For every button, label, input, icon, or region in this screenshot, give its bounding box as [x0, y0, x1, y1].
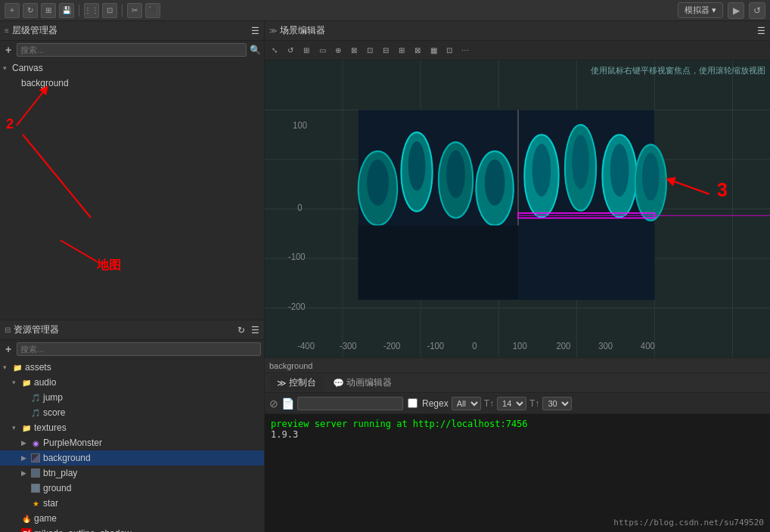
asset-item-btnplay[interactable]: ▶ btn_play: [0, 466, 264, 481]
svg-line-4: [61, 240, 97, 261]
purplemonster-label: PurpleMonster: [43, 438, 102, 448]
asset-item-textures[interactable]: ▾ 📁 textures: [0, 420, 264, 435]
toolbar-save-btn[interactable]: 💾: [59, 3, 74, 18]
scene-editor-icon: ≫: [269, 26, 277, 35]
scene-tool-anchor[interactable]: ⊕: [331, 44, 345, 57]
asset-search-bar: +: [0, 340, 264, 358]
svg-line-2: [23, 135, 91, 218]
asset-refresh-icon[interactable]: ↻: [238, 325, 245, 336]
svg-point-44: [572, 135, 589, 189]
toolbar-layout-btn[interactable]: ⊞: [41, 3, 56, 18]
asset-search-input[interactable]: [17, 342, 261, 356]
scene-tool-11[interactable]: ⊡: [442, 44, 456, 57]
tab-console[interactable]: ≫ 控制台: [269, 375, 324, 391]
console-filter-input[interactable]: [297, 397, 403, 410]
regex-label: Regex: [422, 398, 449, 409]
textures-folder-icon: 📁: [21, 422, 32, 433]
layers-icon: ≡: [5, 26, 9, 35]
layer-manager: ≡ 层级管理器 ☰ + 🔍 ▾ Canvas backgrou: [0, 21, 264, 320]
textures-label: textures: [34, 422, 67, 433]
tree-item-background[interactable]: background: [0, 76, 264, 91]
console-fontsize1-select[interactable]: 14: [497, 397, 526, 410]
background-tex-icon: [30, 453, 41, 463]
asset-menu-icon[interactable]: ☰: [251, 325, 259, 336]
score-label: score: [43, 407, 65, 418]
background-toggle: ▶: [21, 454, 30, 462]
asset-item-purplemonster[interactable]: ▶ ◉ PurpleMonster: [0, 435, 264, 450]
asset-item-background[interactable]: ▶ background: [0, 450, 264, 466]
toolbar-sep1: [79, 5, 79, 17]
assets-folder-icon: 📁: [12, 362, 23, 373]
purplemonster-toggle: ▶: [21, 439, 30, 447]
asset-item-mikado-font[interactable]: Bf mikado_outline_shadow: [0, 526, 264, 532]
svg-text:100: 100: [293, 119, 307, 129]
audio-label: audio: [34, 377, 56, 388]
main-area: ≡ 层级管理器 ☰ + 🔍 ▾ Canvas backgrou: [0, 21, 770, 532]
play-button[interactable]: ▶: [728, 2, 744, 19]
console-clear-icon[interactable]: ⊘: [269, 397, 278, 410]
scene-tool-5[interactable]: ⊠: [347, 44, 361, 57]
tab-animation[interactable]: 💬 动画编辑器: [325, 375, 399, 391]
layer-manager-menu-icon[interactable]: ☰: [251, 26, 259, 36]
tree-item-canvas[interactable]: ▾ Canvas: [0, 60, 264, 76]
console-fontsize2-select[interactable]: 30: [542, 397, 572, 410]
asset-item-assets[interactable]: ▾ 📁 assets: [0, 360, 264, 375]
scene-tool-7[interactable]: ⊟: [379, 44, 393, 57]
scene-menu-icon[interactable]: ☰: [757, 26, 765, 36]
scene-tool-12[interactable]: ⋯: [458, 44, 472, 57]
scene-footer: background: [265, 357, 770, 373]
mikado-font-icon: Bf: [21, 528, 32, 532]
console-level-select[interactable]: All: [452, 397, 481, 410]
scene-tool-rotate[interactable]: ↺: [284, 44, 297, 57]
svg-point-43: [532, 144, 551, 196]
scene-hint: 使用鼠标右键平移视窗焦点，使用滚轮缩放视图: [591, 65, 765, 76]
scene-tool-10[interactable]: ▦: [427, 44, 440, 57]
scene-tool-rect[interactable]: ▭: [315, 44, 329, 57]
asset-item-score[interactable]: 🎵 score: [0, 405, 264, 420]
svg-text:100: 100: [513, 341, 527, 351]
svg-point-35: [367, 159, 389, 206]
textures-toggle: ▾: [12, 424, 21, 431]
svg-text:400: 400: [641, 341, 655, 351]
asset-item-jump[interactable]: 🎵 jump: [0, 390, 264, 405]
ground-icon: [30, 483, 41, 493]
simulate-button[interactable]: 模拟器 ▾: [678, 2, 723, 18]
animation-tab-icon: 💬: [333, 378, 344, 388]
asset-add-button[interactable]: +: [3, 344, 14, 354]
layer-tree: ▾ Canvas background 2 地图: [0, 59, 264, 320]
scene-tool-scale[interactable]: ⊞: [300, 44, 313, 57]
tree-label-canvas: Canvas: [12, 63, 43, 73]
scene-tool-8[interactable]: ⊞: [395, 44, 408, 57]
toolbar-build-btn[interactable]: ⬛: [145, 3, 160, 18]
asset-item-star[interactable]: ★ star: [0, 496, 264, 511]
layer-manager-search-bar: + 🔍: [0, 41, 264, 59]
regex-checkbox[interactable]: [408, 398, 418, 408]
ground-label: ground: [43, 483, 71, 493]
toolbar-refresh-btn[interactable]: ↻: [23, 3, 38, 18]
console-tab-icon: ≫: [277, 378, 287, 388]
replay-button[interactable]: ↺: [749, 2, 765, 19]
console-filter-icon[interactable]: 📄: [281, 397, 294, 410]
toolbar-grid-btn[interactable]: ⋮⋮: [84, 3, 99, 18]
svg-text:地图: 地图: [96, 258, 121, 271]
toolbar-add-btn[interactable]: +: [5, 3, 20, 18]
layer-add-button[interactable]: +: [3, 45, 14, 55]
asset-item-ground[interactable]: ground: [0, 481, 264, 496]
toolbar-snap-btn[interactable]: ⊡: [102, 3, 117, 18]
asset-item-game[interactable]: 🔥 game: [0, 511, 264, 526]
scene-tool-move[interactable]: ⤡: [268, 44, 281, 57]
scene-tool-9[interactable]: ⊠: [411, 44, 424, 57]
scene-tool-6[interactable]: ⊡: [363, 44, 377, 57]
layer-search-input[interactable]: [17, 43, 247, 57]
scene-canvas[interactable]: 使用鼠标右键平移视窗焦点，使用滚轮缩放视图: [265, 60, 770, 357]
toolbar-cut-btn[interactable]: ✂: [127, 3, 142, 18]
btnplay-icon: [30, 468, 41, 478]
layer-manager-actions: ☰: [251, 26, 259, 36]
asset-item-audio[interactable]: ▾ 📁 audio: [0, 375, 264, 390]
assets-label: assets: [25, 362, 51, 373]
console-area: preview server running at http://localho…: [265, 414, 770, 532]
asset-manager-actions: ↻ ☰: [238, 325, 259, 336]
audio-toggle: ▾: [12, 379, 21, 386]
tree-toggle-canvas: ▾: [3, 64, 12, 72]
bottom-panel: ≫ 控制台 💬 动画编辑器 ⊘ 📄 Regex All T↑: [265, 373, 770, 532]
